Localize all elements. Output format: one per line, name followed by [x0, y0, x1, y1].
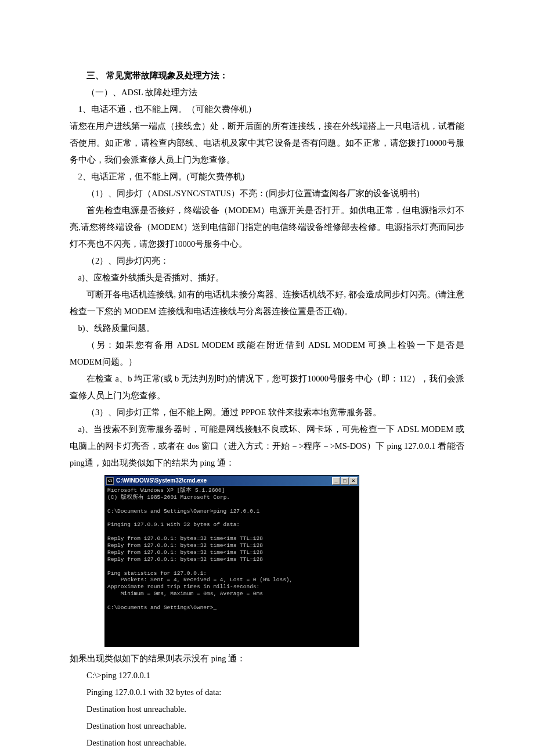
paragraph: （1）、同步灯（ADSL/SYNC/STATUS）不亮：(同步灯位置请查阅各厂家… — [70, 185, 464, 202]
paragraph: 在检查 a、b 均正常(或 b 无法判别时)的情况下，您可拨打10000号服务中… — [70, 370, 464, 404]
output-line: C:\>ping 127.0.0.1 — [86, 667, 464, 684]
section-heading: 三、 常见宽带故障现象及处理方法： — [70, 67, 464, 84]
paragraph: 可断开各电话机连接线, 如有的电话机未接分离器、连接话机线不好, 都会造成同步灯… — [70, 286, 464, 320]
close-button[interactable]: × — [349, 477, 358, 485]
subsection-title: （一）、ADSL 故障处理方法 — [70, 84, 464, 101]
maximize-button[interactable]: □ — [341, 477, 349, 485]
minimize-button[interactable]: _ — [332, 477, 340, 485]
output-line: Pinging 127.0.0.1 with 32 bytes of data: — [86, 684, 464, 701]
document-page: 三、 常见宽带故障现象及处理方法： （一）、ADSL 故障处理方法 1、电话不通… — [0, 0, 534, 756]
ping-fail-output: C:\>ping 127.0.0.1 Pinging 127.0.0.1 wit… — [86, 667, 464, 756]
output-line: Destination host unreachable. — [86, 701, 464, 718]
paragraph: 首先检查电源是否接好，终端设备（MODEM）电源开关是否打开。如供电正常，但电源… — [70, 202, 464, 253]
cmd-icon: c\ — [106, 477, 114, 485]
window-title: C:\WINDOWS\System32\cmd.exe — [116, 477, 332, 485]
paragraph: 请您在用户进线第一端点（接线盒）处，断开后面的所有连接线，接在外线端搭上一只电话… — [70, 118, 464, 168]
output-line: Destination host unreachable. — [86, 718, 464, 735]
output-line: Destination host unreachable. — [86, 735, 464, 751]
paragraph: （2）、同步灯闪亮： — [70, 253, 464, 269]
cmd-output: Microsoft Windows XP [版本 5.1.2600] (C) 版… — [105, 486, 359, 646]
paragraph: 1、电话不通，也不能上网。（可能欠费停机） — [70, 101, 464, 118]
window-titlebar: c\ C:\WINDOWS\System32\cmd.exe _ □ × — [105, 476, 359, 486]
paragraph: a)、当搜索不到宽带服务器时，可能是网线接触不良或坏、网卡坏，可先检查一下 AD… — [70, 421, 464, 471]
output-line: Ping statistics for 127.0.0.1: — [86, 751, 464, 756]
paragraph: 如果出现类似如下的结果则表示没有 ping 通： — [70, 650, 464, 667]
window-buttons: _ □ × — [332, 477, 358, 485]
cmd-window: c\ C:\WINDOWS\System32\cmd.exe _ □ × Mic… — [104, 475, 359, 647]
paragraph: b)、线路质量问题。 — [70, 320, 464, 337]
paragraph: a)、应检查外线插头是否插对、插好。 — [70, 269, 464, 286]
paragraph: （3）、同步灯正常，但不能上网。通过 PPPOE 软件来搜索本地宽带服务器。 — [70, 404, 464, 421]
paragraph: 2、电话正常，但不能上网。(可能欠费停机) — [70, 168, 464, 185]
paragraph: （另：如果您有备用 ADSL MODEM 或能在附近借到 ADSL MODEM … — [70, 337, 464, 370]
